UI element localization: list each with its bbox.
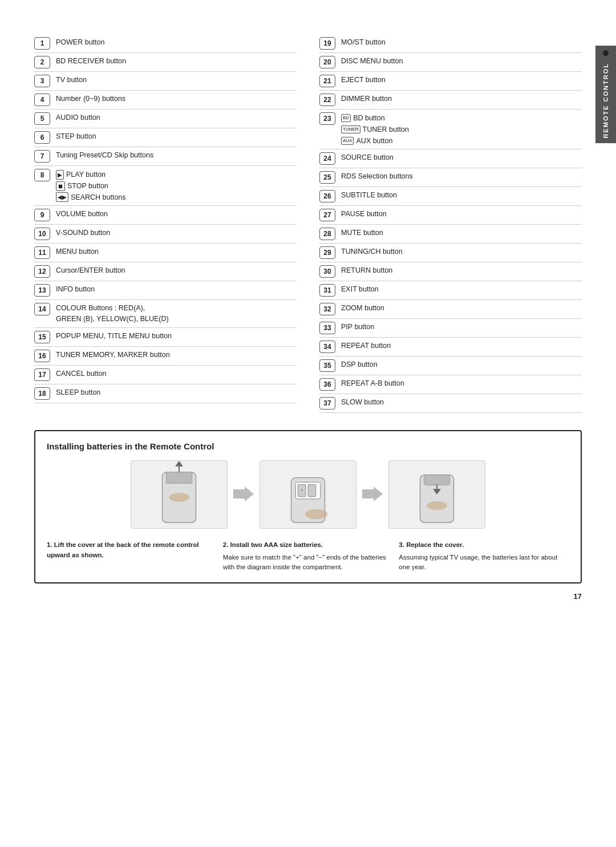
button-number: 26 [319, 190, 335, 202]
button-label: INFO button [56, 284, 297, 295]
svg-point-12 [305, 509, 327, 520]
list-item: 6STEP button [34, 128, 297, 147]
button-label: TV button [56, 75, 297, 86]
button-number: 16 [34, 350, 50, 362]
button-label: REPEAT A-B button [341, 378, 582, 389]
install-step3-title: 3. Replace the cover. [399, 540, 569, 550]
button-label: EJECT button [341, 75, 582, 86]
button-label: STEP button [56, 131, 297, 142]
install-step2-title: 2. Install two AAA size batteries. [223, 540, 394, 550]
svg-rect-9 [308, 485, 316, 497]
button-label: POPUP MENU, TITLE MENU button [56, 331, 297, 342]
list-item: 8▶ PLAY button⏹ STOP button◀▶ SEARCH but… [34, 166, 297, 206]
svg-rect-15 [424, 475, 449, 485]
button-label: TUNING/CH button [341, 246, 582, 257]
button-label: TUNER MEMORY, MARKER button [56, 350, 297, 360]
arrow-1 [233, 484, 254, 506]
install-steps: 1. Lift the cover at the back of the rem… [47, 540, 569, 572]
side-tab: REMOTE CONTROL [595, 46, 616, 143]
button-label: REPEAT button [341, 341, 582, 351]
button-label: VOLUME button [56, 209, 297, 220]
install-section: Installing batteries in the Remote Contr… [34, 430, 582, 583]
button-number: 15 [34, 331, 50, 343]
side-tab-dot [603, 50, 609, 56]
list-item: 3TV button [34, 72, 297, 91]
list-item: 30RETURN button [319, 262, 582, 281]
list-item: 23BD BD buttonTUNER TUNER buttonAUX AUX … [319, 110, 582, 149]
button-number: 17 [34, 368, 50, 381]
list-item: 11MENU button [34, 244, 297, 262]
list-item: 22DIMMER button [319, 91, 582, 110]
button-number: 33 [319, 322, 335, 334]
button-number: 3 [34, 75, 50, 87]
button-label: SLOW button [341, 397, 582, 408]
list-item: 28MUTE button [319, 225, 582, 244]
button-label: Cursor/ENTER button [56, 265, 297, 276]
list-item: 17CANCEL button [34, 366, 297, 384]
list-item: 10V-SOUND button [34, 225, 297, 244]
button-number: 28 [319, 228, 335, 240]
button-number: 23 [319, 112, 335, 125]
install-step2-body: Make sure to match the "+" and "−" ends … [223, 553, 394, 573]
button-number: 21 [319, 75, 335, 87]
button-number: 9 [34, 209, 50, 221]
button-number: 30 [319, 265, 335, 278]
diagram-step1 [131, 460, 228, 529]
list-item: 35DSP button [319, 356, 582, 375]
button-list: 1POWER button2BD RECEIVER button3TV butt… [34, 34, 582, 413]
list-item: 33PIP button [319, 319, 582, 338]
button-number: 19 [319, 37, 335, 50]
button-number: 8 [34, 169, 50, 181]
list-item: 18SLEEP button [34, 384, 297, 403]
svg-point-18 [427, 501, 447, 510]
button-number: 12 [34, 265, 50, 278]
button-number: 36 [319, 378, 335, 391]
button-label: V-SOUND button [56, 228, 297, 238]
button-label: AUDIO button [56, 112, 297, 123]
button-label: CANCEL button [56, 368, 297, 379]
button-number: 32 [319, 303, 335, 315]
list-item: 31EXIT button [319, 281, 582, 300]
install-step3-body: Assuming typical TV usage, the batteries… [399, 553, 569, 573]
list-item: 26SUBTITLE button [319, 187, 582, 206]
page-number: 17 [574, 592, 582, 601]
list-item: 24SOURCE button [319, 149, 582, 168]
svg-marker-5 [233, 487, 254, 501]
button-number: 2 [34, 56, 50, 68]
button-label: POWER button [56, 37, 297, 48]
list-item: 9VOLUME button [34, 206, 297, 225]
svg-marker-2 [175, 461, 183, 467]
button-label: RDS Selection buttons [341, 171, 582, 182]
list-item: 13INFO button [34, 281, 297, 300]
list-item: 14COLOUR Buttons : RED(A),GREEN (B), YEL… [34, 300, 297, 328]
button-number: 35 [319, 359, 335, 372]
button-label: SOURCE button [341, 152, 582, 163]
list-item: 16TUNER MEMORY, MARKER button [34, 347, 297, 366]
button-number: 7 [34, 150, 50, 163]
button-number: 22 [319, 94, 335, 106]
button-label: MO/ST button [341, 37, 582, 48]
button-number: 34 [319, 341, 335, 353]
svg-text:-: - [310, 488, 312, 493]
button-number: 10 [34, 228, 50, 240]
list-item: 36REPEAT A-B button [319, 375, 582, 394]
list-item: 37SLOW button [319, 394, 582, 413]
button-label: ▶ PLAY button⏹ STOP button◀▶ SEARCH butt… [56, 169, 297, 202]
button-number: 31 [319, 284, 335, 297]
list-item: 32ZOOM button [319, 300, 582, 319]
list-item: 7Tuning Preset/CD Skip buttons [34, 147, 297, 166]
button-number: 1 [34, 37, 50, 50]
button-number: 4 [34, 94, 50, 106]
button-label: SLEEP button [56, 387, 297, 398]
button-number: 11 [34, 246, 50, 259]
button-number: 27 [319, 209, 335, 221]
button-number: 24 [319, 152, 335, 165]
button-label: Tuning Preset/CD Skip buttons [56, 150, 297, 161]
button-label: MENU button [56, 246, 297, 257]
button-label: EXIT button [341, 284, 582, 295]
list-item: 4Number (0~9) buttons [34, 91, 297, 110]
button-label: DSP button [341, 359, 582, 370]
button-number: 13 [34, 284, 50, 297]
diagram-step3 [388, 460, 485, 529]
svg-rect-1 [166, 472, 192, 484]
